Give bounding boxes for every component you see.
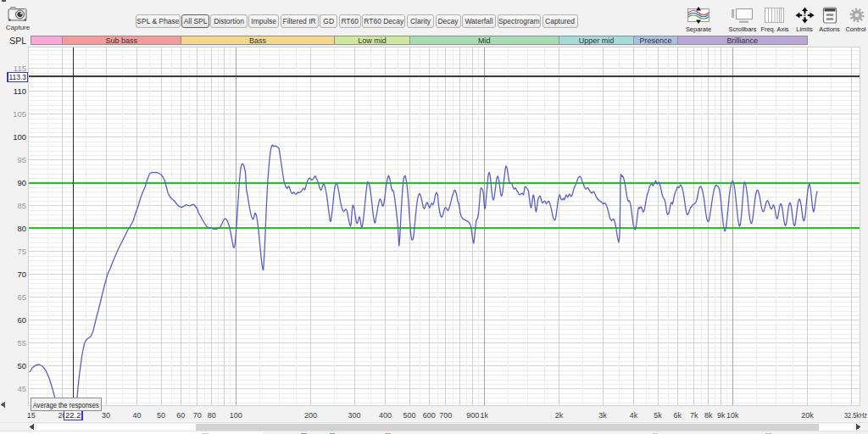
svg-text:95: 95 — [17, 155, 26, 164]
svg-text:55: 55 — [17, 338, 26, 348]
svg-text:8k: 8k — [704, 411, 713, 420]
svg-text:4k: 4k — [630, 411, 638, 420]
svg-text:60: 60 — [176, 411, 185, 420]
svg-text:600: 600 — [423, 411, 436, 420]
svg-text:Brilliance: Brilliance — [727, 36, 759, 45]
svg-text:6k: 6k — [673, 411, 682, 420]
svg-text:70: 70 — [193, 411, 202, 420]
svg-text:30: 30 — [102, 411, 110, 420]
svg-text:110: 110 — [14, 86, 26, 96]
svg-text:SPL: SPL — [9, 36, 26, 46]
svg-text:40: 40 — [133, 411, 142, 420]
svg-text:Average the responses: Average the responses — [33, 400, 99, 409]
svg-text:115: 115 — [14, 64, 26, 73]
svg-text:7k: 7k — [690, 411, 698, 420]
svg-text:Bass: Bass — [249, 36, 267, 45]
svg-text:100: 100 — [230, 411, 242, 420]
svg-text:1k: 1k — [480, 411, 488, 420]
svg-text:75: 75 — [17, 247, 26, 256]
svg-text:45: 45 — [17, 384, 26, 393]
svg-text:900: 900 — [466, 411, 479, 420]
svg-text:10k: 10k — [726, 411, 739, 420]
svg-text:Mid: Mid — [478, 36, 491, 45]
svg-text:Presence: Presence — [639, 36, 671, 45]
svg-text:Upper mid: Upper mid — [579, 36, 615, 45]
svg-text:500: 500 — [403, 411, 415, 420]
svg-text:113.3: 113.3 — [8, 73, 26, 81]
svg-text:300: 300 — [348, 411, 360, 420]
svg-text:80: 80 — [208, 411, 216, 420]
svg-text:50: 50 — [17, 361, 26, 370]
svg-text:700: 700 — [439, 411, 452, 420]
svg-text:80: 80 — [17, 224, 26, 233]
svg-text:60: 60 — [17, 315, 26, 325]
svg-text:400: 400 — [379, 411, 392, 420]
svg-text:3k: 3k — [598, 411, 607, 420]
svg-text:Sub bass: Sub bass — [106, 36, 138, 45]
svg-text:85: 85 — [17, 201, 26, 210]
svg-text:105: 105 — [13, 109, 26, 119]
svg-text:70: 70 — [17, 270, 26, 279]
svg-text:22.2: 22.2 — [65, 410, 81, 420]
svg-text:32.5kHz: 32.5kHz — [844, 411, 867, 420]
svg-text:20k: 20k — [801, 411, 814, 420]
svg-text:Low mid: Low mid — [358, 36, 387, 45]
svg-text:15: 15 — [27, 411, 36, 420]
svg-text:200: 200 — [304, 411, 317, 420]
svg-text:90: 90 — [17, 178, 26, 187]
svg-text:65: 65 — [17, 292, 26, 302]
svg-text:2k: 2k — [555, 411, 564, 420]
svg-text:5k: 5k — [654, 411, 662, 420]
svg-text:100: 100 — [13, 132, 26, 142]
svg-text:50: 50 — [157, 411, 165, 420]
svg-text:9k: 9k — [717, 411, 726, 420]
